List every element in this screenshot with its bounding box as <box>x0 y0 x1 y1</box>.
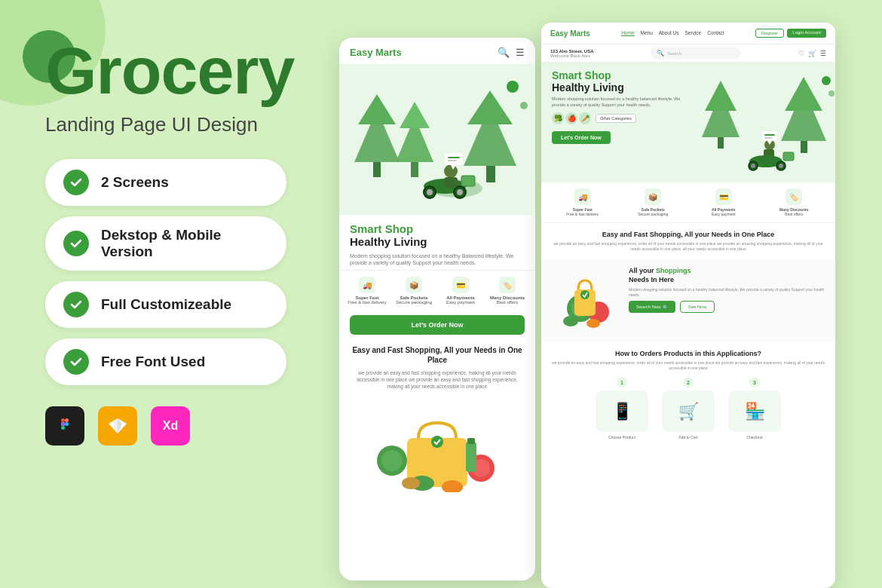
user-icon[interactable]: ☰ <box>820 50 826 57</box>
desktop-orders-steps: 1 📱 Choose Product 2 🛒 Add to Cart 3 🏪 C… <box>552 371 825 439</box>
categories-button[interactable]: Other Categories <box>596 114 636 123</box>
location-label: 123 Alm Street, USA Welcome Back Alex <box>550 49 593 58</box>
desktop-action-icons: ♡ 🛒 ☰ <box>798 50 826 57</box>
step-2-icon: 🛒 <box>662 390 715 432</box>
svg-rect-25 <box>444 177 458 188</box>
svg-point-24 <box>444 164 458 178</box>
desktop-screen: Easy Marts Home Menu About Us Service Co… <box>541 23 835 588</box>
feature-badge-versions: Dekstop & Mobile Version <box>45 216 286 271</box>
svg-point-31 <box>507 81 519 93</box>
desktop-mid-title: Easy and Fast Shopping, All your Needs i… <box>552 231 825 238</box>
desktop-shopping-image <box>552 267 620 335</box>
mobile-nav-icons: 🔍 ☰ <box>498 47 525 58</box>
svg-rect-4 <box>61 426 65 430</box>
mobile-nav: Easy Marts 🔍 ☰ <box>339 38 535 64</box>
nav-menu[interactable]: Menu <box>641 30 653 36</box>
desktop-hero-desc: Modern shopping solution focused on a he… <box>552 96 694 108</box>
svg-point-23 <box>457 189 463 195</box>
desktop-search-bar[interactable]: 🔍 Search <box>651 47 741 59</box>
badge-text-screens: 2 Screens <box>101 174 169 191</box>
mobile-screen: Easy Marts 🔍 ☰ <box>339 38 535 580</box>
svg-point-57 <box>779 164 783 168</box>
register-button[interactable]: Register <box>755 29 784 38</box>
desktop-hero-title: Smart Shop Healthy Living <box>552 69 694 93</box>
search-now-button[interactable]: Search Now 🔍 <box>629 301 675 313</box>
svg-rect-26 <box>461 176 475 186</box>
mobile-grocery-section <box>339 394 535 492</box>
svg-point-32 <box>520 102 528 109</box>
menu-icon[interactable]: ☰ <box>516 47 525 58</box>
desktop-orders-section: How to Orders Products in this Applicati… <box>541 342 835 447</box>
mobile-feature-payments: 💳 All Payments Easy payment <box>439 277 482 305</box>
desktop-discounts-icon: 🏷️ <box>786 188 802 205</box>
login-button[interactable]: Login Account <box>787 29 826 38</box>
svg-point-63 <box>822 76 831 85</box>
discounts-icon: 🏷️ <box>499 277 516 293</box>
desktop-mid-desc: we provide an easy and fast shopping exp… <box>552 241 825 252</box>
mobile-logo: Easy Marts <box>350 47 402 58</box>
check-icon-font <box>63 349 89 375</box>
desktop-shopping-buttons: Search Now 🔍 See Now <box>629 301 825 313</box>
desktop-nav-links: Home Menu About Us Service Contact <box>621 30 724 36</box>
svg-rect-41 <box>466 442 476 472</box>
svg-point-69 <box>580 290 590 299</box>
subtitle: Landing Page UI Design <box>45 113 332 136</box>
mobile-section-title: Easy and Fast Shopping, All your Needs i… <box>339 339 535 368</box>
mobile-hero <box>339 64 535 215</box>
svg-rect-59 <box>762 131 777 141</box>
desktop-nav: Easy Marts Home Menu About Us Service Co… <box>541 23 835 44</box>
feature-badge-screens: 2 Screens <box>45 159 286 206</box>
mobile-hero-illustration <box>339 64 535 215</box>
desktop-shopping-content: All your Shoppings Needs In Here Modern … <box>629 267 825 313</box>
desktop-hero: Smart Shop Healthy Living Modern shoppin… <box>541 62 835 182</box>
left-panel: Grocery Landing Page UI Design 2 Screens… <box>45 38 332 446</box>
desktop-hero-content: Smart Shop Healthy Living Modern shoppin… <box>552 69 694 175</box>
step-3-number: 3 <box>749 377 760 387</box>
feature-badge-customizable: Full Customizeable <box>45 281 286 328</box>
desktop-nav-buttons: Register Login Account <box>755 29 826 38</box>
svg-point-64 <box>828 90 835 96</box>
search-placeholder: Search <box>667 51 681 56</box>
mobile-order-button[interactable]: Let's Order Now <box>350 315 525 335</box>
cart-icon[interactable]: 🛒 <box>808 50 816 57</box>
sketch-icon <box>98 406 137 446</box>
svg-rect-62 <box>764 137 772 139</box>
see-now-button[interactable]: See Now <box>680 301 715 313</box>
check-icon-customizable <box>63 292 89 317</box>
packets-icon: 📦 <box>406 277 422 293</box>
mobile-feature-discounts: 🏷️ Many Discounts Best offers <box>485 277 529 305</box>
check-icon-versions <box>63 231 89 256</box>
nav-home[interactable]: Home <box>621 30 634 36</box>
figma-icon <box>45 406 84 446</box>
mobile-hero-title: Smart Shop Healthy Living <box>350 222 525 249</box>
svg-rect-29 <box>448 157 460 158</box>
step-2: 2 🛒 Add to Cart <box>658 377 718 439</box>
mobile-hero-desc: Modern shopping solution focused on a he… <box>350 253 525 268</box>
screens-container: Easy Marts 🔍 ☰ <box>339 0 882 588</box>
desktop-order-button[interactable]: Let's Order Now <box>552 131 611 144</box>
cat-circle-1: 🥦 <box>552 112 564 124</box>
cat-circle-3: 🥕 <box>579 112 591 124</box>
svg-rect-30 <box>448 160 457 161</box>
desktop-fast-icon: 🚚 <box>574 188 591 205</box>
svg-point-70 <box>563 316 578 326</box>
svg-rect-14 <box>411 162 418 177</box>
mobile-feature-packets: 📦 Safe Packets Secure packaging <box>392 277 436 305</box>
desktop-shopping-title: All your Shoppings Needs In Here <box>629 267 825 284</box>
nav-about[interactable]: About Us <box>659 30 679 36</box>
grocery-illustration <box>354 400 520 492</box>
search-icon[interactable]: 🔍 <box>498 47 510 58</box>
badge-text-customizable: Full Customizeable <box>101 296 231 313</box>
svg-point-22 <box>427 189 433 195</box>
category-images: 🥦 🍎 🥕 <box>552 112 591 124</box>
nav-contact[interactable]: Contact <box>707 30 724 36</box>
mobile-feature-fast: 🚚 Super Fast Free & fast delivery <box>345 277 389 305</box>
wishlist-icon[interactable]: ♡ <box>798 50 804 57</box>
svg-point-43 <box>402 477 420 489</box>
svg-point-55 <box>751 164 755 168</box>
cat-circle-2: 🍎 <box>565 112 577 124</box>
step-1-number: 1 <box>617 377 627 387</box>
svg-point-34 <box>431 436 443 448</box>
desktop-rider-illustration <box>702 69 835 182</box>
nav-service[interactable]: Service <box>685 30 702 36</box>
